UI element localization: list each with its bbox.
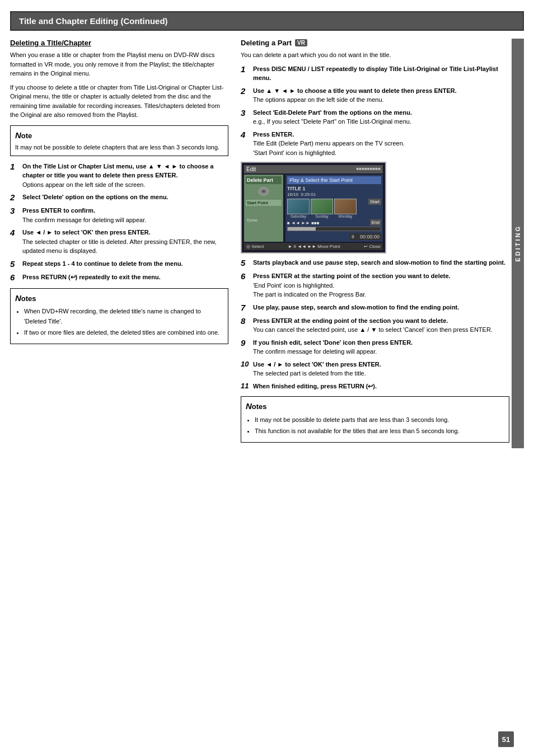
left-steps: 1 On the Title List or Chapter List menu… [10, 162, 228, 283]
tv-thumb-sunday: Sunday [311, 199, 333, 218]
right-notes-box: Notes It may not be possible to delete p… [241, 396, 509, 443]
vr-badge: VR [295, 39, 307, 46]
page-header: Title and Chapter Editing (Continued) [10, 11, 524, 31]
right-step-7: 7 Use play, pause step, search and slow-… [241, 303, 509, 313]
left-note-text: It may not be possible to delete chapter… [15, 144, 219, 151]
left-step-2: 2 Select 'Delete' option on the options … [10, 192, 228, 203]
left-step-6: 6 Press RETURN (↩) repeatedly to exit th… [10, 273, 228, 283]
left-section-title: Deleting a Title/Chapter [10, 39, 228, 47]
right-step-2: 2 Use ▲ ▼ ◄ ► to choose a title you want… [241, 86, 509, 105]
right-step-6: 6 Press ENTER at the starting point of t… [241, 271, 509, 299]
editing-sidebar: EDITING [512, 39, 524, 448]
right-step-9: 9 If you finish edit, select 'Done' icon… [241, 338, 509, 356]
left-note-item-1: When DVD+RW recording, the deleted title… [24, 307, 223, 326]
svg-point-1 [262, 190, 265, 193]
tv-right-panel: Play & Select the Start Point TITLE 1 16… [285, 175, 383, 242]
page: Title and Chapter Editing (Continued) De… [0, 0, 534, 756]
right-step-4: 4 Press ENTER. Title Edit (Delete Part) … [241, 130, 509, 158]
tv-left-panel: Delete Part Start Point Done [244, 175, 283, 242]
header-title: Title and Chapter Editing (Continued) [19, 16, 168, 26]
tv-thumb-monday: Monday [334, 199, 357, 218]
right-steps: 1 Press DISC MENU / LIST repeatedly to d… [241, 64, 509, 391]
right-step-10: 10 Use ◄ / ► to select 'OK' then press E… [241, 360, 509, 378]
tv-time-display: II 00:00:00 [287, 233, 381, 240]
right-step-3: 3 Select 'Edit-Delete Part' from the opt… [241, 108, 509, 126]
right-step-5: 5 Starts playback and use pause step, se… [241, 258, 509, 268]
right-step-1: 1 Press DISC MENU / LIST repeatedly to d… [241, 64, 509, 83]
left-notes-title: Notes [15, 292, 223, 305]
right-step-11: 11 When finished editing, press RETURN (… [241, 382, 509, 391]
tv-right-header: Play & Select the Start Point [287, 176, 381, 184]
tv-bottom-bar: ◎ Select ► II ◄◄ ►► Move Point ↩ Close [244, 243, 383, 250]
page-number-badge: 51 [498, 731, 514, 747]
right-section-header: Deleting a Part VR [241, 39, 509, 47]
tv-delete-part-label: Delete Part [246, 176, 282, 184]
tv-start-label: Start [368, 199, 381, 205]
left-step-4: 4 Use ◄ / ► to select 'OK' then press EN… [10, 228, 228, 256]
right-note-item-1: It may not be possible to delete parts t… [255, 415, 504, 425]
tv-inner: Delete Part Start Point Done [244, 175, 383, 242]
tv-top-bar: Edit ■■■■■■■■■ [244, 165, 383, 173]
tv-end-label: End [370, 219, 381, 226]
left-intro-2: If you choose to delete a title or chapt… [10, 83, 228, 120]
main-content: Deleting a Title/Chapter When you erase … [10, 39, 509, 448]
tv-thumb-saturday: Saturday [287, 199, 310, 218]
tv-title-info: TITLE 1 16/10 0:25:01 [287, 186, 381, 197]
left-notes-list: When DVD+RW recording, the deleted title… [24, 307, 223, 338]
left-step-3: 3 Press ENTER to confirm. The confirm me… [10, 206, 228, 224]
left-note-title: Note [15, 129, 223, 142]
right-intro: You can delete a part which you do not w… [241, 50, 509, 60]
right-column: Deleting a Part VR You can delete a part… [241, 39, 509, 448]
tv-start-point-item: Start Point [246, 200, 282, 206]
right-step-8: 8 Press ENTER at the ending point of the… [241, 316, 509, 335]
right-section-title: Deleting a Part [241, 39, 292, 47]
tv-thumbnails-row: Saturday Sunday Monday [287, 199, 381, 218]
disc-icon [257, 186, 270, 196]
editing-sidebar-label: EDITING [514, 225, 521, 262]
left-intro-1: When you erase a title or chapter from t… [10, 50, 228, 78]
tv-spacer [246, 207, 282, 217]
left-notes-box: Notes When DVD+RW recording, the deleted… [10, 288, 228, 344]
left-step-1: 1 On the Title List or Chapter List menu… [10, 162, 228, 190]
left-column: Deleting a Title/Chapter When you erase … [10, 39, 228, 448]
tv-progress-area: ■ ◄◄ ►► ■■■ End [287, 220, 381, 231]
left-note-box: Note It may not be possible to delete ch… [10, 125, 228, 156]
right-notes-title: Notes [246, 400, 504, 413]
left-step-5: 5 Repeat steps 1 - 4 to continue to dele… [10, 259, 228, 269]
tv-screenshot: Edit ■■■■■■■■■ Delete Part [241, 162, 386, 253]
tv-progress-bar [287, 227, 381, 231]
right-note-item-2: This function is not available for the t… [255, 426, 504, 436]
right-notes-list: It may not be possible to delete parts t… [255, 415, 504, 436]
left-note-item-2: If two or more files are deleted, the de… [24, 328, 223, 338]
tv-disc-icon [246, 186, 282, 198]
tv-done-item: Done [246, 217, 282, 223]
page-number: 51 [502, 735, 510, 744]
